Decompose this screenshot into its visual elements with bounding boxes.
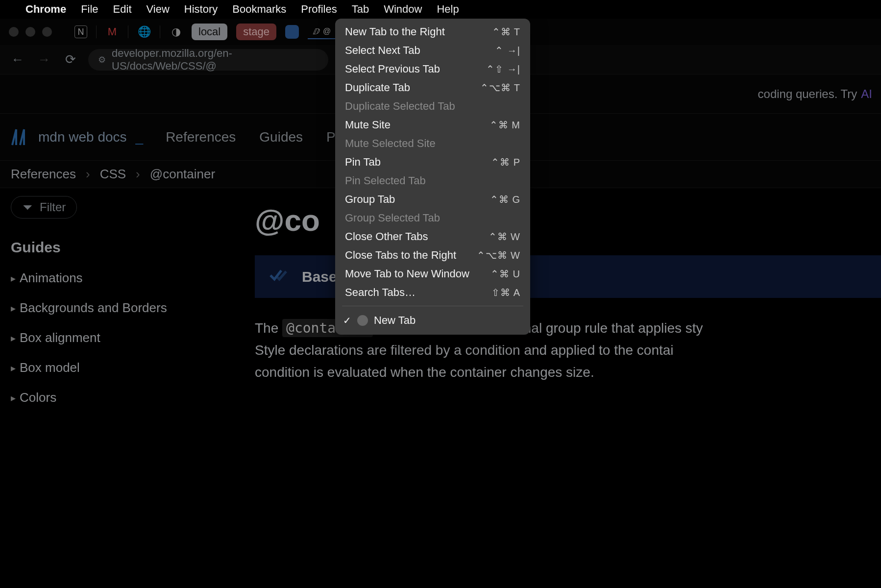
sidebar-item-backgrounds[interactable]: Backgrounds and Borders — [11, 300, 244, 316]
mdn-m-icon: ⅅ — [313, 27, 319, 36]
menu-item-shortcut: ⌃⌘ W — [489, 231, 520, 243]
globe-tab-icon[interactable]: 🌐 — [137, 25, 151, 39]
menu-item-shortcut: ⌃⌘ G — [490, 194, 520, 205]
menu-item-label: Close Tabs to the Right — [345, 249, 456, 262]
tab-menu-item[interactable]: Group Tab⌃⌘ G — [335, 190, 530, 209]
window-traffic-lights[interactable] — [9, 27, 52, 37]
back-button[interactable]: ← — [9, 52, 26, 67]
menubar-window[interactable]: Window — [384, 3, 422, 16]
tab-menu-item[interactable]: New Tab to the Right⌃⌘ T — [335, 23, 530, 41]
tab-menu-item[interactable]: Duplicate Tab⌃⌥⌘ T — [335, 78, 530, 97]
tab-menu-item: Duplicate Selected Tab — [335, 97, 530, 116]
maximize-window-icon[interactable] — [42, 27, 52, 37]
menu-item-label: Search Tabs… — [345, 286, 416, 299]
menu-item-label: Duplicate Selected Tab — [345, 100, 455, 113]
check-icon: ✓ — [343, 315, 351, 326]
menubar-edit[interactable]: Edit — [113, 3, 132, 16]
tab-separator — [128, 25, 128, 38]
tab-menu-item[interactable]: Select Next Tab⌃ →| — [335, 41, 530, 60]
tab-menu-item[interactable]: Close Tabs to the Right⌃⌥⌘ W — [335, 246, 530, 265]
menu-item-label: Close Other Tabs — [345, 230, 428, 243]
menubar-history[interactable]: History — [184, 3, 218, 16]
menu-item-label: New Tab — [374, 314, 416, 327]
forward-button[interactable]: → — [35, 52, 53, 67]
filter-label: Filter — [40, 200, 66, 214]
tab-menu-current-tab[interactable]: ✓New Tab — [335, 310, 530, 331]
menu-item-shortcut: ⌃⌥⌘ T — [480, 82, 520, 94]
sidebar-item-animations[interactable]: Animations — [11, 270, 244, 286]
menu-item-shortcut: ⌃⌘ T — [492, 26, 520, 38]
chrome-icon — [357, 315, 368, 326]
url-text: developer.mozilla.org/en-US/docs/Web/CSS… — [112, 47, 318, 73]
active-tab[interactable]: ⅅ @ — [308, 25, 336, 39]
menubar-view[interactable]: View — [147, 3, 170, 16]
mdn-logo-icon — [11, 128, 31, 146]
tab-menu-dropdown: New Tab to the Right⌃⌘ TSelect Next Tab⌃… — [335, 19, 530, 335]
close-window-icon[interactable] — [9, 27, 19, 37]
menu-item-label: New Tab to the Right — [345, 25, 445, 38]
menu-item-label: Select Next Tab — [345, 44, 420, 57]
banner-ai-link[interactable]: AI — [861, 87, 872, 101]
menu-item-label: Pin Tab — [345, 156, 381, 169]
local-chip[interactable]: local — [192, 24, 227, 40]
menu-item-label: Group Tab — [345, 193, 395, 206]
menu-item-label: Pin Selected Tab — [345, 174, 426, 187]
tab-separator — [160, 25, 160, 38]
tab-menu-item: Group Selected Tab — [335, 209, 530, 227]
breadcrumb-references[interactable]: References — [11, 167, 76, 182]
macos-menubar: Chrome File Edit View History Bookmarks … — [0, 0, 881, 19]
tab-menu-item[interactable]: Search Tabs…⇧⌘ A — [335, 283, 530, 302]
menubar-profiles[interactable]: Profiles — [301, 3, 337, 16]
menu-item-label: Select Previous Tab — [345, 63, 440, 75]
tab-title-fragment: @ — [323, 27, 331, 36]
minimize-window-icon[interactable] — [25, 27, 35, 37]
chevron-right-icon: › — [136, 167, 140, 182]
tab-menu-item[interactable]: Pin Tab⌃⌘ P — [335, 153, 530, 172]
sidebar-item-box-alignment[interactable]: Box alignment — [11, 330, 244, 345]
tab-menu-item[interactable]: Move Tab to New Window⌃⌘ U — [335, 265, 530, 283]
mdn-logo[interactable]: mdn web docs _ — [11, 128, 143, 146]
site-settings-icon[interactable]: ⚙ — [98, 54, 106, 65]
menu-item-label: Mute Site — [345, 119, 391, 131]
banner-text: coding queries. Try — [758, 87, 857, 101]
menubar-app-name[interactable]: Chrome — [25, 3, 66, 16]
menubar-bookmarks[interactable]: Bookmarks — [232, 3, 286, 16]
breadcrumb-container[interactable]: @container — [150, 167, 215, 182]
menu-item-shortcut: ⌃⇧ →| — [486, 63, 520, 75]
blue-square-tab-icon[interactable] — [285, 25, 299, 39]
gmail-tab-icon[interactable]: M — [105, 25, 119, 39]
sidebar-item-colors[interactable]: Colors — [11, 390, 244, 405]
menu-item-label: Duplicate Tab — [345, 81, 410, 94]
tab-menu-item[interactable]: Close Other Tabs⌃⌘ W — [335, 227, 530, 246]
menu-item-shortcut: ⌃⌘ M — [489, 119, 520, 131]
menu-item-shortcut: ⌃⌥⌘ W — [477, 249, 520, 261]
mdn-logo-cursor: _ — [136, 129, 144, 145]
tab-menu-item: Pin Selected Tab — [335, 172, 530, 190]
notion-tab-icon[interactable]: N — [74, 25, 87, 38]
nav-references[interactable]: References — [166, 129, 236, 145]
sidebar-item-box-model[interactable]: Box model — [11, 360, 244, 375]
baseline-check-icon — [269, 267, 289, 286]
menu-item-label: Move Tab to New Window — [345, 268, 469, 280]
menu-item-label: Group Selected Tab — [345, 212, 440, 224]
stage-chip[interactable]: stage — [236, 24, 276, 40]
mdn-logo-text: mdn web docs — [38, 129, 127, 145]
menubar-help[interactable]: Help — [437, 3, 459, 16]
menubar-tab[interactable]: Tab — [352, 3, 369, 16]
menubar-file[interactable]: File — [81, 3, 98, 16]
reload-button[interactable]: ⟳ — [62, 52, 79, 67]
address-bar[interactable]: ⚙ developer.mozilla.org/en-US/docs/Web/C… — [88, 49, 328, 71]
nav-guides[interactable]: Guides — [259, 129, 303, 145]
funnel-icon: ⏷ — [22, 200, 34, 214]
menu-item-shortcut: ⌃ →| — [495, 45, 520, 56]
tab-menu-item[interactable]: Mute Site⌃⌘ M — [335, 116, 530, 134]
filter-button[interactable]: ⏷ Filter — [11, 196, 77, 219]
menu-item-shortcut: ⌃⌘ P — [491, 156, 520, 168]
sidebar-heading: Guides — [11, 239, 244, 256]
menu-item-label: Mute Selected Site — [345, 137, 436, 150]
tab-separator — [96, 25, 97, 38]
sidebar: ⏷ Filter Guides Animations Backgrounds a… — [0, 188, 255, 588]
github-tab-icon[interactable]: ◑ — [169, 25, 183, 39]
tab-menu-item[interactable]: Select Previous Tab⌃⇧ →| — [335, 60, 530, 78]
breadcrumb-css[interactable]: CSS — [100, 167, 126, 182]
